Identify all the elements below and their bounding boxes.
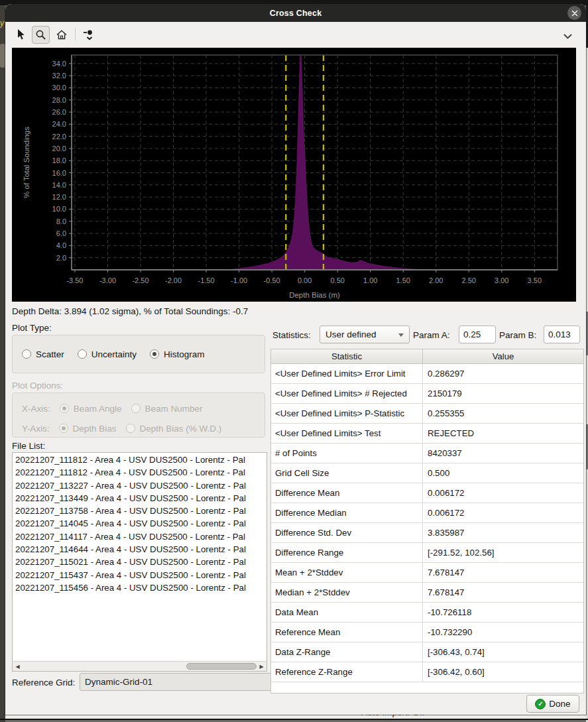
y-axis-label: Y-Axis: bbox=[22, 424, 50, 434]
svg-text:24.0: 24.0 bbox=[52, 120, 66, 128]
svg-text:% of Total Soundings: % of Total Soundings bbox=[23, 127, 30, 198]
table-header-row[interactable]: Statistic Value bbox=[271, 349, 583, 364]
stat-name-cell: Difference Std. Dev bbox=[271, 523, 423, 542]
stat-name-cell: Data Z-Range bbox=[271, 642, 423, 662]
node-select-icon bbox=[83, 29, 95, 41]
file-listbox[interactable]: 20221207_111812 - Area 4 - USV DUS2500 -… bbox=[12, 452, 267, 672]
stat-value-cell: REJECTED bbox=[423, 424, 583, 443]
svg-text:-3.00: -3.00 bbox=[99, 276, 116, 284]
param-a-label: Param A: bbox=[413, 330, 450, 340]
done-button[interactable]: ✓ Done bbox=[526, 695, 579, 713]
stat-value-cell: 3.835987 bbox=[423, 523, 583, 542]
table-row[interactable]: Reference Mean-10.732290 bbox=[271, 623, 583, 642]
table-row[interactable]: Difference Std. Dev3.835987 bbox=[271, 523, 583, 543]
close-button[interactable] bbox=[567, 6, 581, 20]
svg-text:2.50: 2.50 bbox=[462, 276, 476, 284]
file-list-item[interactable]: 20221207_115021 - Area 4 - USV DUS2500 -… bbox=[15, 556, 266, 568]
radio-scatter-label: Scatter bbox=[36, 349, 64, 359]
scroll-right-arrow-icon[interactable]: ▶ bbox=[257, 662, 266, 671]
table-row[interactable]: Grid Cell Size0.500 bbox=[271, 463, 583, 483]
file-list-item[interactable]: 20221207_111812 - Area 4 - USV DUS2500 -… bbox=[15, 466, 266, 479]
table-row[interactable]: Median + 2*Stddev7.678147 bbox=[271, 583, 583, 603]
table-row[interactable]: Reference Z-Range[-306.42, 0.60] bbox=[271, 662, 583, 682]
table-row[interactable]: <User Defined Limits> TestREJECTED bbox=[271, 424, 583, 444]
file-list-item[interactable]: 20221207_114644 - Area 4 - USV DUS2500 -… bbox=[15, 543, 266, 556]
table-row[interactable]: <User Defined Limits> Error Limit0.28629… bbox=[271, 364, 583, 384]
svg-text:28.0: 28.0 bbox=[52, 96, 66, 104]
histogram-chart[interactable]: -3.50-3.00-2.50-2.00-1.50-1.00-0.500.000… bbox=[12, 48, 576, 302]
table-row[interactable]: Mean + 2*Stddev7.678147 bbox=[271, 563, 583, 583]
toolbar-overflow-button[interactable] bbox=[563, 30, 573, 42]
svg-text:-3.50: -3.50 bbox=[66, 276, 83, 284]
svg-text:3.00: 3.00 bbox=[495, 276, 508, 284]
plot-type-label: Plot Type: bbox=[12, 323, 52, 333]
scroll-left-arrow-icon[interactable]: ◀ bbox=[13, 662, 23, 671]
home-tool-button[interactable] bbox=[56, 29, 68, 40]
table-row[interactable]: <User Defined Limits> P-Statistic0.25535… bbox=[271, 404, 583, 424]
param-a-input[interactable] bbox=[459, 326, 496, 343]
horizontal-scrollbar[interactable]: ◀ ▶ bbox=[13, 661, 266, 671]
titlebar[interactable]: Cross Check bbox=[5, 4, 586, 22]
table-row[interactable]: Data Z-Range[-306.43, 0.74] bbox=[271, 642, 583, 662]
statistics-table: Statistic Value <User Defined Limits> Er… bbox=[270, 349, 584, 693]
stat-value-cell: 7.678147 bbox=[423, 583, 583, 602]
file-list-label: File List: bbox=[12, 441, 45, 451]
file-list-item[interactable]: 20221207_114117 - Area 4 - USV DUS2500 -… bbox=[15, 530, 266, 543]
table-row[interactable]: Difference Median0.006172 bbox=[271, 503, 583, 523]
param-b-input[interactable] bbox=[544, 326, 580, 343]
file-list-item[interactable]: 20221207_113449 - Area 4 - USV DUS2500 -… bbox=[15, 492, 266, 505]
stat-value-cell: -10.726118 bbox=[423, 603, 583, 622]
chevron-down-icon bbox=[563, 33, 573, 40]
stat-name-cell: Difference Range bbox=[271, 543, 423, 562]
radio-uncertainty[interactable]: Uncertainty bbox=[78, 349, 137, 359]
stats-table-body: <User Defined Limits> Error Limit0.28629… bbox=[271, 364, 583, 682]
radio-depth-bias-wd: Depth Bias (% W.D.) bbox=[126, 424, 222, 434]
file-list-item[interactable]: 20221207_113758 - Area 4 - USV DUS2500 -… bbox=[15, 505, 266, 517]
radio-beam-number: Beam Number bbox=[131, 404, 203, 414]
done-button-label: Done bbox=[549, 699, 570, 709]
pointer-tool-button[interactable] bbox=[15, 29, 26, 40]
table-row[interactable]: <User Defined Limits> # Rejected2150179 bbox=[271, 384, 583, 404]
background-left-text-fragment: y bbox=[0, 19, 5, 28]
table-row[interactable]: Difference Range[-291.52, 102.56] bbox=[271, 543, 583, 563]
radio-uncertainty-circle[interactable] bbox=[78, 349, 87, 359]
stat-name-cell: Data Mean bbox=[271, 603, 423, 622]
stat-name-cell: Reference Z-Range bbox=[271, 662, 423, 682]
svg-text:2.00: 2.00 bbox=[429, 276, 443, 284]
radio-histogram-circle[interactable] bbox=[150, 349, 159, 359]
svg-text:12.0: 12.0 bbox=[52, 193, 66, 201]
svg-text:-2.50: -2.50 bbox=[132, 276, 148, 284]
statistics-selected-value: User defined bbox=[325, 330, 377, 339]
stat-value-cell: 7.678147 bbox=[423, 563, 583, 582]
background-left-sliver: y bbox=[0, 5, 5, 722]
zoom-tool-button[interactable] bbox=[32, 26, 50, 44]
svg-text:18.0: 18.0 bbox=[52, 156, 66, 164]
statistics-dropdown[interactable]: User defined bbox=[320, 326, 410, 343]
file-list-item[interactable]: 20221207_111812 - Area 4 - USV DUS2500 -… bbox=[15, 453, 266, 466]
stat-value-cell: 0.006172 bbox=[423, 483, 583, 503]
file-list-item[interactable]: 20221207_115456 - Area 4 - USV DUS2500 -… bbox=[15, 581, 266, 594]
node-select-tool-button[interactable] bbox=[83, 29, 95, 41]
stat-value-cell: 0.006172 bbox=[423, 503, 583, 522]
radio-depth-bias-wd-circle bbox=[126, 424, 135, 433]
table-row[interactable]: Data Mean-10.726118 bbox=[271, 603, 583, 623]
statistic-column-header[interactable]: Statistic bbox=[271, 349, 423, 363]
scrollbar-thumb[interactable] bbox=[186, 663, 257, 670]
radio-beam-angle-circle bbox=[60, 404, 69, 413]
pointer-icon bbox=[15, 29, 26, 40]
reference-grid-input[interactable] bbox=[80, 673, 272, 691]
stat-value-cell: 0.286297 bbox=[423, 364, 583, 383]
svg-text:-0.50: -0.50 bbox=[264, 276, 280, 284]
svg-text:20.0: 20.0 bbox=[52, 145, 66, 152]
file-list-item[interactable]: 20221207_115437 - Area 4 - USV DUS2500 -… bbox=[15, 569, 266, 581]
table-row[interactable]: Difference Mean0.006172 bbox=[271, 483, 583, 503]
file-list-item[interactable]: 20221207_114045 - Area 4 - USV DUS2500 -… bbox=[15, 517, 266, 530]
radio-scatter-circle[interactable] bbox=[22, 349, 31, 359]
table-row[interactable]: # of Points8420337 bbox=[271, 444, 583, 463]
svg-text:22.0: 22.0 bbox=[52, 133, 66, 141]
radio-scatter[interactable]: Scatter bbox=[22, 349, 64, 359]
value-column-header[interactable]: Value bbox=[423, 349, 583, 363]
radio-histogram[interactable]: Histogram bbox=[150, 349, 205, 359]
file-list-item[interactable]: 20221207_113227 - Area 4 - USV DUS2500 -… bbox=[15, 479, 266, 492]
svg-text:1.00: 1.00 bbox=[363, 276, 377, 284]
